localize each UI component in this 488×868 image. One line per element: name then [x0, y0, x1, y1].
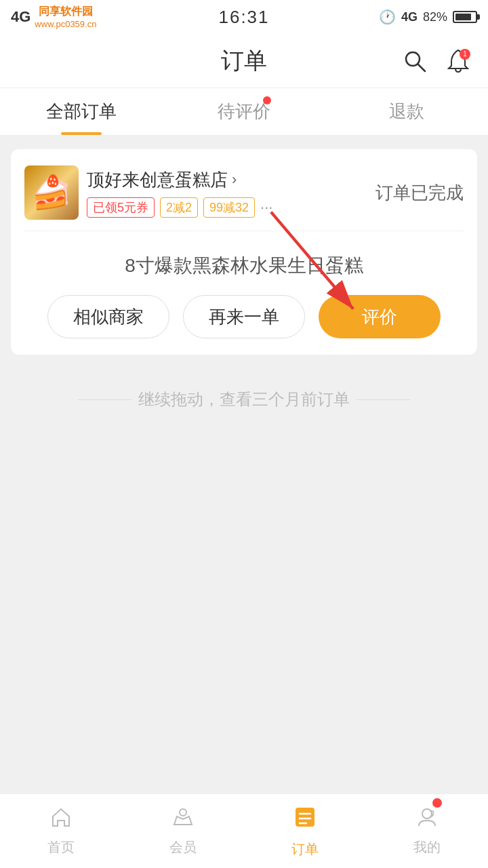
- order-tabs: 全部订单 待评价 退款: [0, 88, 488, 136]
- shop-thumbnail: [24, 165, 79, 220]
- status-bar-right: 🕐 4G 82%: [379, 9, 477, 25]
- search-button[interactable]: [401, 47, 428, 75]
- nav-profile[interactable]: 我的: [366, 794, 488, 868]
- tab-all-orders-label: 全部订单: [46, 100, 117, 123]
- home-icon: [49, 806, 73, 834]
- profile-icon: [415, 806, 439, 834]
- status-bar-left: 4G 同享软件园 www.pc0359.cn: [11, 5, 96, 29]
- tab-all-orders[interactable]: 全部订单: [0, 88, 163, 135]
- review-button[interactable]: 评价: [319, 295, 441, 338]
- search-icon: [403, 49, 427, 73]
- card-divider: [24, 231, 464, 231]
- shop-name: 顶好来创意蛋糕店: [87, 168, 228, 192]
- header-actions: 1: [401, 47, 472, 75]
- reorder-button[interactable]: 再来一单: [183, 295, 305, 338]
- watermark-logo: 同享软件园 www.pc0359.cn: [35, 5, 96, 29]
- pending-review-dot: [263, 96, 271, 104]
- logo-url: www.pc0359.cn: [35, 19, 96, 29]
- notification-badge: 1: [460, 49, 470, 60]
- tab-pending-review-label: 待评价: [218, 100, 270, 123]
- shop-details: 顶好来创意蛋糕店 › 已领5元券 2减2 99减32 ···: [87, 168, 272, 218]
- battery-percent: 82%: [423, 10, 447, 24]
- main-content: 顶好来创意蛋糕店 › 已领5元券 2减2 99减32 ··· 订单已完成 8寸爆…: [0, 136, 488, 746]
- current-time: 16:31: [218, 7, 269, 28]
- battery-icon: [453, 11, 477, 23]
- page-header: 订单 1: [0, 34, 488, 88]
- battery-fill: [455, 14, 471, 20]
- shop-info: 顶好来创意蛋糕店 › 已领5元券 2减2 99减32 ···: [24, 165, 272, 220]
- logo-name: 同享软件园: [39, 5, 93, 19]
- order-card-header: 顶好来创意蛋糕店 › 已领5元券 2减2 99减32 ··· 订单已完成: [24, 165, 464, 220]
- scroll-hint-text: 继续拖动，查看三个月前订单: [138, 389, 350, 410]
- signal-strength: 4G: [11, 8, 30, 26]
- member-icon: [171, 806, 195, 834]
- tab-refund-label: 退款: [389, 100, 424, 123]
- nav-orders-label: 订单: [291, 840, 319, 859]
- profile-badge: [432, 798, 442, 808]
- tab-pending-review[interactable]: 待评价: [163, 88, 325, 135]
- nav-member[interactable]: 会员: [122, 794, 244, 868]
- nav-home[interactable]: 首页: [0, 794, 122, 868]
- tag-discount1: 2减2: [160, 197, 198, 218]
- shop-arrow-icon[interactable]: ›: [232, 171, 237, 189]
- order-card: 顶好来创意蛋糕店 › 已领5元券 2减2 99减32 ··· 订单已完成 8寸爆…: [11, 149, 477, 355]
- page-title: 订单: [221, 45, 267, 77]
- shop-tags: 已领5元券 2减2 99减32 ···: [87, 197, 272, 218]
- tag-coupon: 已领5元券: [87, 197, 155, 218]
- nav-member-label: 会员: [169, 838, 197, 856]
- svg-point-8: [422, 809, 432, 818]
- nav-profile-label: 我的: [413, 838, 441, 856]
- action-buttons: 相似商家 再来一单 评价: [24, 295, 464, 338]
- network-type: 4G: [401, 10, 418, 24]
- tab-active-indicator: [61, 132, 102, 135]
- svg-point-0: [406, 52, 420, 66]
- svg-line-1: [418, 64, 425, 71]
- tag-more[interactable]: ···: [260, 199, 272, 216]
- svg-point-3: [180, 809, 186, 816]
- scroll-hint-line-left: [77, 399, 131, 400]
- bottom-navigation: 首页 会员 订单 我的: [0, 793, 488, 868]
- notification-button[interactable]: 1: [445, 47, 472, 75]
- scroll-hint: 继续拖动，查看三个月前订单: [11, 368, 477, 424]
- product-name: 8寸爆款黑森林水果生日蛋糕: [24, 242, 464, 295]
- nav-home-label: 首页: [47, 838, 75, 856]
- shop-name-row: 顶好来创意蛋糕店 ›: [87, 168, 272, 192]
- clock-icon: 🕐: [379, 9, 396, 25]
- orders-icon: [291, 804, 319, 836]
- similar-merchants-button[interactable]: 相似商家: [47, 295, 169, 338]
- tag-discount2: 99减32: [203, 197, 255, 218]
- nav-orders[interactable]: 订单: [244, 794, 366, 868]
- status-bar: 4G 同享软件园 www.pc0359.cn 16:31 🕐 4G 82%: [0, 0, 488, 34]
- order-status: 订单已完成: [375, 181, 464, 205]
- tab-refund[interactable]: 退款: [325, 88, 488, 135]
- scroll-hint-line-right: [357, 399, 411, 400]
